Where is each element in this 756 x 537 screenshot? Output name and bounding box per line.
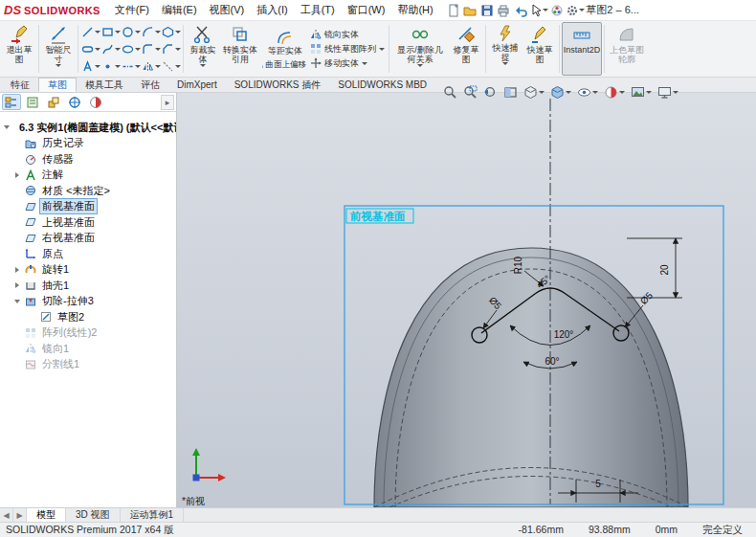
hide-show-items-icon[interactable]: [576, 84, 599, 101]
tab-model[interactable]: 模型: [27, 508, 66, 522]
arc-tool-icon[interactable]: [141, 23, 161, 40]
save-icon[interactable]: [479, 2, 495, 19]
construction-tool-icon[interactable]: [161, 57, 181, 75]
quick-snaps-button[interactable]: 快速捕捉: [488, 22, 523, 76]
rapid-sketch-button[interactable]: 快速草图: [523, 22, 557, 76]
tab-solidworks-mbd[interactable]: SOLIDWORKS MBD: [329, 78, 435, 92]
tree-item-cut-extrude3[interactable]: 切除-拉伸3: [0, 294, 176, 310]
smart-dimension-button[interactable]: 智能尺寸: [41, 22, 76, 76]
featuremanager-tab-icon[interactable]: [2, 94, 21, 110]
move-entities-button[interactable]: 移动实体: [310, 57, 385, 70]
dropdown-caret-icon[interactable]: [379, 48, 385, 51]
dim-dia5-right[interactable]: Ø5: [638, 290, 655, 307]
convert-entities-button[interactable]: 转换实体引用: [220, 22, 260, 76]
tree-item-part-root[interactable]: 6.3 实例1(椭圆盖建模) (默认<<默认>_显: [0, 120, 176, 136]
instant2d-button[interactable]: Instant2D: [562, 22, 602, 76]
tab-scroll-right-icon[interactable]: ▶: [13, 508, 27, 522]
dim-60deg[interactable]: 60°: [545, 356, 559, 367]
expand-icon[interactable]: [15, 282, 19, 288]
menu-view[interactable]: 视图(V): [204, 1, 251, 19]
tree-item-revolve1[interactable]: 旋转1: [0, 262, 176, 279]
tree-item-origin[interactable]: 原点: [0, 246, 176, 262]
line-tool-icon[interactable]: [80, 23, 100, 40]
undo-icon[interactable]: [512, 2, 527, 19]
point-tool-icon[interactable]: [100, 57, 121, 75]
shaded-sketch-contours-button[interactable]: 上色草图轮廓: [607, 22, 647, 76]
offset-on-surface-button[interactable]: 曲面上偏移: [262, 58, 306, 71]
circle-tool-icon[interactable]: [121, 23, 141, 40]
exit-sketch-button[interactable]: 退出草图: [2, 22, 36, 76]
display-style-icon[interactable]: [549, 84, 572, 101]
slot-tool-icon[interactable]: [80, 40, 100, 57]
tree-item-material[interactable]: 材质 <未指定>: [0, 183, 176, 199]
tab-features[interactable]: 特征: [2, 78, 38, 92]
new-document-icon[interactable]: [446, 2, 461, 19]
edit-appearance-icon[interactable]: [603, 84, 626, 101]
tab-mold-tools[interactable]: 模具工具: [77, 78, 132, 92]
displaymanager-tab-icon[interactable]: [86, 94, 105, 110]
tab-scroll-left-icon[interactable]: ◀: [0, 508, 13, 522]
select-arrow-icon[interactable]: [529, 2, 548, 19]
rectangle-tool-icon[interactable]: [100, 23, 121, 40]
tree-item-pattern-linear2[interactable]: 阵列(线性)2: [0, 325, 176, 342]
centerline-tool-icon[interactable]: [121, 57, 141, 75]
tree-item-split-line1[interactable]: 分割线1: [0, 357, 176, 373]
expand-icon[interactable]: [15, 172, 19, 178]
mirror-entities-button[interactable]: 镜向实体: [310, 29, 385, 41]
dropdown-caret-icon[interactable]: [200, 64, 206, 67]
configurationmanager-tab-icon[interactable]: [44, 94, 63, 110]
trim-entities-button[interactable]: 剪裁实体: [186, 22, 220, 76]
view-orientation-icon[interactable]: [523, 84, 545, 101]
dim-20[interactable]: 20: [659, 264, 670, 276]
tab-motion-study1[interactable]: 运动算例1: [121, 508, 185, 522]
offset-entities-button[interactable]: 等距实体: [262, 27, 308, 56]
section-view-icon[interactable]: [502, 84, 519, 101]
collapse-icon[interactable]: [14, 300, 20, 303]
tree-item-front-plane[interactable]: 前视基准面: [0, 199, 176, 215]
print-icon[interactable]: [496, 2, 511, 19]
tree-item-sketch2[interactable]: 草图2: [0, 309, 176, 325]
previous-view-icon[interactable]: [482, 84, 499, 101]
dimxpertmanager-tab-icon[interactable]: [65, 94, 84, 110]
ellipse-tool-icon[interactable]: [121, 40, 141, 57]
collapse-icon[interactable]: [4, 125, 10, 129]
chamfer-tool-icon[interactable]: [161, 40, 181, 57]
fillet-tool-icon[interactable]: [141, 40, 161, 57]
dome-model[interactable]: [374, 248, 688, 507]
display-delete-relations-button[interactable]: 显示/删除几何关系: [391, 22, 449, 76]
polygon-tool-icon[interactable]: [161, 23, 181, 40]
tree-item-shell1[interactable]: 抽壳1: [0, 278, 176, 294]
open-icon[interactable]: [462, 2, 478, 19]
menu-help[interactable]: 帮助(H): [391, 1, 438, 19]
tab-evaluate[interactable]: 评估: [132, 78, 168, 92]
tree-item-top-plane[interactable]: 上视基准面: [0, 214, 176, 231]
tab-3d-views[interactable]: 3D 视图: [66, 508, 121, 522]
propertymanager-tab-icon[interactable]: [23, 94, 42, 110]
tab-dimxpert[interactable]: DimXpert: [168, 78, 226, 92]
tree-item-sensors[interactable]: 传感器: [0, 151, 176, 168]
panel-flyout-arrow[interactable]: ▸: [161, 95, 174, 110]
tab-sketch[interactable]: 草图: [38, 78, 77, 92]
rebuild-icon[interactable]: [549, 2, 565, 19]
menu-window[interactable]: 窗口(W): [342, 1, 391, 19]
menu-edit[interactable]: 编辑(E): [156, 1, 203, 19]
zoom-to-area-icon[interactable]: [462, 84, 478, 101]
tab-solidworks-addins[interactable]: SOLIDWORKS 插件: [226, 78, 330, 92]
linear-sketch-pattern-button[interactable]: 线性草图阵列: [310, 43, 385, 56]
repair-sketch-button[interactable]: 修复草图: [449, 22, 483, 76]
mirror-tool-icon[interactable]: [141, 57, 161, 75]
dropdown-caret-icon[interactable]: [417, 64, 423, 67]
model-view[interactable]: R10 45° 20 Ø5 Ø5 120° 60°: [177, 93, 756, 507]
dropdown-caret-icon[interactable]: [56, 64, 61, 67]
expand-icon[interactable]: [15, 267, 19, 273]
graphics-area[interactable]: R10 45° 20 Ø5 Ø5 120° 60°: [177, 93, 756, 507]
tree-item-history[interactable]: 历史记录: [0, 136, 176, 152]
dim-5[interactable]: 5: [595, 479, 601, 489]
view-settings-icon[interactable]: [656, 84, 679, 101]
dim-120deg[interactable]: 120°: [554, 329, 574, 340]
dim-r10[interactable]: R10: [513, 256, 523, 274]
text-tool-icon[interactable]: [80, 57, 100, 75]
menu-tools[interactable]: 工具(T): [295, 1, 341, 19]
menu-file[interactable]: 文件(F): [109, 1, 155, 19]
spline-tool-icon[interactable]: [100, 40, 121, 57]
